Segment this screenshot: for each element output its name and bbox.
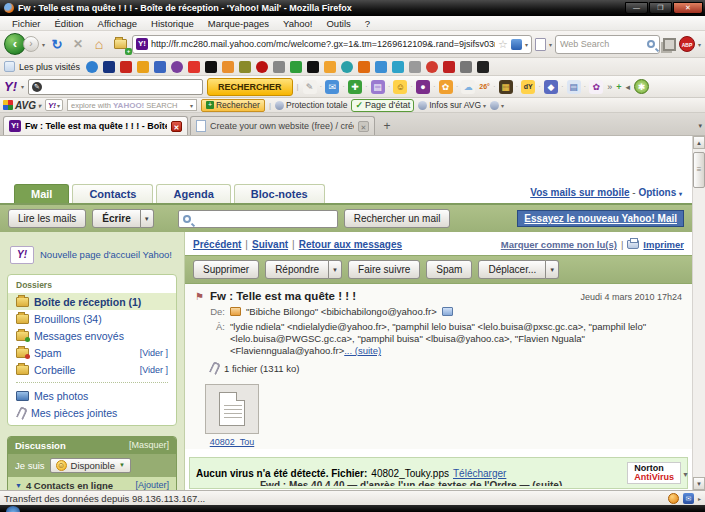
flickr-icon[interactable]: ● [416,80,430,94]
close-tab-icon[interactable]: ✕ [358,121,369,132]
bookmark-favicon-14[interactable] [324,61,336,73]
compose-icon[interactable]: ✎ [303,80,317,94]
avg-search-dropdown-icon[interactable]: ▾ [190,102,193,109]
bookmark-favicon-10[interactable] [256,61,268,73]
messenger-smiley-icon[interactable]: ☺ [393,80,407,94]
menu-item-2[interactable]: Affichage [92,17,143,30]
avg-protection-button[interactable]: Protection totale [275,100,347,110]
bookmark-favicon-0[interactable] [86,61,98,73]
status-dropdown[interactable]: ☺ Disponible ▼ [50,458,131,473]
close-tab-icon[interactable]: ✕ [171,121,182,132]
scrollbar-thumb[interactable] [693,152,705,188]
bookmark-folder-button[interactable]: + [111,35,129,53]
tab-contacts[interactable]: Contacts [72,184,153,203]
minimize-button[interactable]: — [625,2,648,14]
start-orb-icon[interactable] [6,506,20,512]
empty-trash-link[interactable]: [Vider ] [140,365,168,375]
spam-button[interactable]: Spam [426,260,472,279]
download-link[interactable]: Télécharger [453,468,506,479]
try-new-mail-link[interactable]: Essayez le nouveau Yahoo! Mail [517,210,684,227]
bookmark-favicon-6[interactable] [188,61,200,73]
avg-search-input[interactable]: explore with YAHOO! SEARCH ▾ [67,99,197,111]
add-contact-link[interactable]: [Ajouter] [135,480,169,490]
vertical-scrollbar[interactable]: ▲ ▼ [692,136,705,490]
bookmark-favicon-4[interactable] [154,61,166,73]
bookmark-favicon-2[interactable] [120,61,132,73]
tab-bloc-notes[interactable]: Bloc-notes [234,184,325,203]
write-button[interactable]: Écrire [92,209,140,228]
next-link[interactable]: Suivant [252,239,288,250]
menu-item-3[interactable]: Historique [145,17,200,30]
url-bar[interactable]: Y! http://fr.mc280.mail.yahoo.com/mc/wel… [132,35,532,54]
scroll-down-icon[interactable]: ▼ [693,477,705,490]
refresh-button[interactable]: ↻ [48,35,66,53]
menu-item-4[interactable]: Marque-pages [202,17,275,30]
butterfly-icon[interactable]: ✿ [589,80,603,94]
menu-item-7[interactable]: ? [359,17,376,30]
close-button[interactable]: ✕ [673,2,703,14]
briefcase-icon[interactable]: ▦ [499,80,513,94]
bookmark-favicon-3[interactable] [137,61,149,73]
bookmark-star-icon[interactable]: ☆ [498,38,508,51]
page-dropdown-icon[interactable]: ▾ [549,41,552,48]
news-icon[interactable]: ▤ [567,80,581,94]
stop-button[interactable]: ✕ [69,35,87,53]
avg-info-button[interactable]: Infos sur AVG ▾ [418,100,486,110]
flag-icon[interactable]: ⚑ [195,291,204,302]
bookmark-favicon-23[interactable] [477,61,489,73]
history-dropdown-icon[interactable]: ▾ [42,41,45,48]
url-dropdown-icon[interactable]: ▾ [525,41,528,48]
read-mails-button[interactable]: Lire les mails [8,209,86,228]
write-dropdown-icon[interactable]: ▼ [141,209,154,228]
new-tab-button[interactable]: + [377,117,397,135]
feed-icon[interactable] [511,39,522,50]
options-dropdown-icon[interactable]: ▾ [679,191,682,197]
delete-button[interactable]: Supprimer [193,260,259,279]
yahoo-home-promo[interactable]: Y! Nouvelle page d'accueil Yahoo! [0,242,184,274]
home-button[interactable]: ⌂ [90,35,108,53]
add-icon[interactable]: ✚ [348,80,362,94]
most-visited-label[interactable]: Les plus visités [19,62,80,72]
add-sender-icon[interactable] [442,307,453,316]
attachment-thumbnail[interactable] [205,384,259,434]
shield-icon[interactable]: ◆ [544,80,558,94]
tab-yahoo-mail[interactable]: Y! Fw : Telle est ma quête ! ! ! - Boîte… [3,116,188,135]
bookmark-favicon-16[interactable] [358,61,370,73]
folder-trash[interactable]: Corbeille [Vider ] [8,361,176,378]
reply-dropdown-icon[interactable]: ▼ [329,260,342,279]
yahoo-promo-link[interactable]: Nouvelle page d'accueil Yahoo! [40,249,172,261]
inner-scroll-down-icon[interactable]: ▼ [682,471,689,478]
menu-item-0[interactable]: Fichier [6,17,47,30]
attachment-name-link[interactable]: 40802_Tou [205,437,259,447]
folder-drafts[interactable]: Brouillons (34) [8,310,176,327]
collapse-contacts-icon[interactable]: ▼ [15,482,22,489]
my-photos-link[interactable]: Mes photos [8,387,176,404]
most-visited-icon[interactable] [4,61,15,72]
folder-spam[interactable]: Spam [Vider ] [8,344,176,361]
show-more-recipients-link[interactable]: ... (suite) [344,345,381,356]
mark-unread-link[interactable]: Marquer comme non lu(s) [501,239,617,250]
reply-button[interactable]: Répondre [265,260,329,279]
bookmark-favicon-13[interactable] [307,61,319,73]
hide-chat-link[interactable]: [Masquer] [129,440,169,451]
yahoo-logo-dropdown-icon[interactable]: ▾ [21,83,24,90]
status-expand-icon[interactable]: ▸ [698,495,701,502]
back-to-messages-link[interactable]: Retour aux messages [299,239,402,250]
bookmark-favicon-15[interactable] [341,61,353,73]
bookmark-favicon-12[interactable] [290,61,302,73]
avg-search-button[interactable]: + Rechercher [201,99,265,112]
avg-extra-button[interactable]: ▾ [490,101,504,110]
menu-item-5[interactable]: Yahoo! [277,17,318,30]
avg-status-icon[interactable] [668,493,679,504]
new-page-icon[interactable] [535,38,546,51]
finance-icon[interactable]: dY [521,80,535,94]
web-search-bar[interactable]: Web Search [555,35,660,54]
bookmark-favicon-7[interactable] [205,61,217,73]
yahoo-search-input[interactable]: ✎ [28,79,203,95]
bookmark-favicon-1[interactable] [103,61,115,73]
bookmark-favicon-19[interactable] [409,61,421,73]
list-all-tabs-icon[interactable]: ▾ [698,122,702,130]
mobile-mail-link[interactable]: Vos mails sur mobile [530,187,629,198]
previous-link[interactable]: Précédent [193,239,241,250]
bookmark-favicon-20[interactable] [426,61,438,73]
